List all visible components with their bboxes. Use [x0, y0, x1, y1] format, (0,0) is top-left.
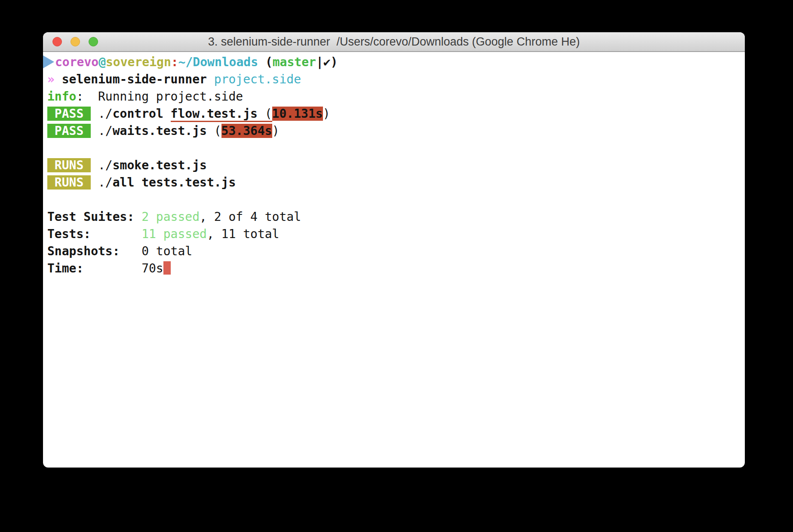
- summary-label: Snapshots:: [47, 244, 141, 258]
- log-level: info: [47, 89, 76, 104]
- terminal-body[interactable]: corevo@sovereign:~/Downloads (master|✔)»…: [43, 52, 745, 279]
- zoom-button[interactable]: [89, 37, 98, 46]
- terminal-text-segment: (: [258, 107, 272, 122]
- terminal-text-segment: [91, 175, 98, 190]
- terminal-line: » selenium-side-runner project.side: [47, 71, 741, 88]
- summary-time-value: 70s: [141, 261, 163, 275]
- terminal-text-segment: (: [207, 124, 221, 138]
- terminal-window: 3. selenium-side-runner /Users/corevo/Do…: [43, 32, 745, 468]
- terminal-line: Tests: 11 passed, 11 total: [47, 226, 741, 243]
- summary-passed-count: 2 passed: [141, 210, 200, 224]
- git-status-check: |✔): [316, 55, 338, 69]
- test-file-name: smoke.test.js: [113, 158, 207, 172]
- summary-total: , 2 of 4 total: [200, 210, 301, 224]
- runs-badge: RUNS: [47, 158, 91, 172]
- summary-passed-count: 11 passed: [141, 227, 207, 241]
- pass-badge: PASS: [47, 107, 91, 121]
- terminal-text-segment: ): [272, 124, 280, 138]
- terminal-text-segment: [55, 72, 62, 86]
- test-duration: 10.131s: [272, 107, 323, 121]
- prompt-path: ~/Downloads: [178, 55, 258, 69]
- command-argument: project.side: [214, 72, 301, 86]
- terminal-line: corevo@sovereign:~/Downloads (master|✔): [47, 54, 741, 71]
- traffic-lights: [52, 32, 98, 51]
- log-message: Running project.side: [83, 89, 243, 104]
- terminal-cursor: [163, 261, 171, 275]
- test-file-name: flow.test.js: [171, 107, 258, 122]
- summary-total: 0 total: [141, 244, 192, 258]
- test-file-name: all tests.test.js: [113, 175, 236, 190]
- prompt-username: corevo: [55, 55, 98, 69]
- terminal-text-segment: ./: [98, 175, 113, 190]
- window-titlebar[interactable]: 3. selenium-side-runner /Users/corevo/Do…: [43, 32, 745, 52]
- terminal-line: PASS ./waits.test.js (53.364s): [47, 122, 741, 140]
- test-file-name: waits.test.js: [113, 124, 207, 138]
- summary-label: Test Suites:: [47, 210, 141, 224]
- terminal-text-segment: [91, 107, 98, 121]
- prompt-colon: :: [171, 55, 178, 69]
- test-duration: 53.364s: [221, 124, 272, 138]
- minimize-button[interactable]: [71, 37, 80, 46]
- terminal-text-segment: ./: [98, 107, 113, 121]
- terminal-text-segment: ): [323, 107, 330, 121]
- terminal-text-segment: [91, 158, 98, 172]
- terminal-line: [47, 191, 741, 208]
- git-branch: master: [273, 55, 316, 69]
- terminal-line: PASS ./control flow.test.js (10.131s): [47, 105, 741, 122]
- runs-badge: RUNS: [47, 175, 91, 190]
- command-prompt-chevron: »: [47, 72, 55, 86]
- terminal-line: [47, 140, 741, 157]
- terminal-line: Test Suites: 2 passed, 2 of 4 total: [47, 208, 741, 226]
- terminal-line: RUNS ./smoke.test.js: [47, 157, 741, 174]
- summary-label: Tests:: [47, 227, 141, 241]
- terminal-text-segment: ./: [98, 124, 113, 138]
- summary-total: , 11 total: [207, 227, 280, 241]
- prompt-at: @: [98, 55, 106, 69]
- terminal-text-segment: :: [76, 89, 83, 104]
- command-name: selenium-side-runner: [62, 72, 207, 86]
- prompt-hostname: sovereign: [106, 55, 171, 69]
- summary-label: Time:: [47, 261, 141, 275]
- pass-badge: PASS: [47, 124, 91, 138]
- terminal-text-segment: [207, 72, 214, 86]
- terminal-line: Snapshots: 0 total: [47, 243, 741, 260]
- terminal-line: Time: 70s: [47, 260, 741, 277]
- prompt-arrow-icon: [43, 55, 54, 68]
- close-button[interactable]: [52, 37, 62, 46]
- terminal-line: info: Running project.side: [47, 88, 741, 105]
- test-file-name: control: [113, 107, 171, 121]
- terminal-text-segment: [91, 124, 98, 138]
- terminal-line: RUNS ./all tests.test.js: [47, 174, 741, 191]
- terminal-text-segment: ./: [98, 158, 113, 172]
- prompt-paren: (: [258, 55, 273, 69]
- window-title: 3. selenium-side-runner /Users/corevo/Do…: [208, 35, 580, 49]
